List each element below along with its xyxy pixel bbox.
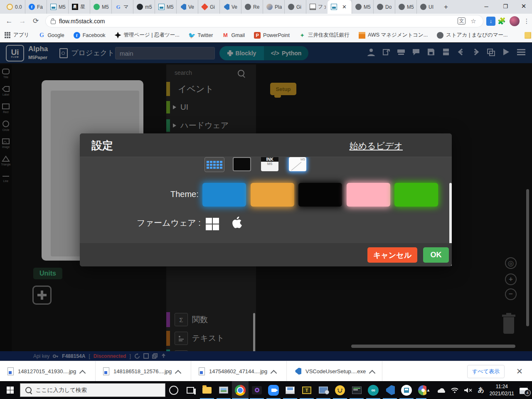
chevron-up-icon[interactable] [271, 369, 277, 376]
photo-viewer-icon[interactable] [215, 381, 232, 399]
tool-rect[interactable]: Rect [0, 99, 12, 117]
zoom-out-button[interactable]: − [505, 288, 517, 300]
file-explorer-icon[interactable] [199, 381, 215, 399]
tool-label[interactable]: Label [0, 82, 12, 99]
trash-icon[interactable] [500, 312, 517, 334]
copy-icon[interactable] [152, 353, 158, 359]
bookmark-item[interactable]: GGoogle [38, 32, 64, 39]
bookmark-item[interactable]: 🐦Twitter [189, 32, 213, 39]
canvas-horizontal-scrollbar[interactable] [351, 345, 515, 348]
device-option-core[interactable] [233, 157, 251, 171]
refresh-button[interactable]: ⟳ [29, 17, 42, 25]
wifi-icon[interactable] [451, 387, 458, 393]
save-icon[interactable] [426, 47, 436, 57]
terminal-app-icon[interactable]: T [298, 381, 315, 399]
sd-card-icon[interactable] [441, 47, 451, 57]
menu-icon[interactable] [516, 47, 526, 57]
browser-tab[interactable]: M5 [90, 0, 111, 14]
refresh-icon[interactable] [134, 353, 140, 359]
arduino-icon[interactable]: ∞ [365, 381, 382, 399]
category-text[interactable]: テキスト [166, 331, 256, 346]
device-option-coreink[interactable]: INKM5 [261, 157, 278, 171]
bookmark-item[interactable]: MGmail [222, 32, 245, 39]
download-item[interactable]: 148127015_41930....jpg [0, 361, 96, 381]
download-extension-icon[interactable]: ↓ [486, 17, 495, 26]
device-option-m5paper-selected[interactable]: M5 [289, 157, 306, 171]
chevron-up-icon[interactable] [369, 369, 376, 376]
browser-tab[interactable]: Ve [219, 0, 241, 14]
blockly-mode-button[interactable]: Blockly [219, 46, 264, 60]
tool-title[interactable]: Title [0, 64, 12, 82]
export-icon[interactable] [382, 47, 391, 57]
zoom-app-icon[interactable] [265, 381, 282, 399]
browser-tab[interactable]: Do [373, 0, 395, 14]
cortana-button[interactable] [165, 381, 182, 399]
bookmark-item[interactable]: アプリ [4, 32, 29, 39]
screenshot-tool-icon[interactable] [249, 381, 265, 399]
getting-started-video-link[interactable]: 始めるビデオ [350, 140, 403, 152]
browser-tab[interactable]: M5 [352, 0, 373, 14]
browser-tab[interactable]: ファ [306, 0, 328, 14]
apple-firmware-button[interactable] [232, 216, 242, 229]
project-name-input[interactable] [115, 47, 215, 59]
volume-muted-icon[interactable] [464, 387, 472, 393]
chevron-up-icon[interactable] [175, 369, 182, 376]
chrome-menu-icon[interactable]: ⋮ [521, 17, 532, 25]
browser-tab[interactable]: Gi [284, 0, 306, 14]
browser-tab[interactable]: Gi [198, 0, 219, 14]
browser-tab[interactable]: M5 [155, 0, 176, 14]
new-tab-button[interactable]: + [441, 2, 451, 12]
browser-tab[interactable]: Pla [263, 0, 284, 14]
browser-tab[interactable]: M5 [395, 0, 416, 14]
add-unit-button[interactable] [32, 286, 52, 305]
upload-icon[interactable] [161, 353, 166, 359]
ok-button[interactable]: OK [423, 247, 449, 263]
tool-circle[interactable]: Circle [0, 117, 12, 134]
browser-tab[interactable]: 0.0 [3, 0, 25, 14]
device-option-faces[interactable] [204, 157, 224, 172]
slides-app-icon[interactable] [282, 381, 298, 399]
keyboard-icon[interactable] [397, 47, 406, 57]
downloads-close-icon[interactable]: ✕ [516, 367, 523, 376]
tool-line[interactable]: Line [0, 169, 12, 187]
windows-firmware-button[interactable] [206, 218, 219, 230]
browser-tab[interactable]: Re [241, 0, 263, 14]
bookmark-item[interactable]: AWS マネジメントコン... [359, 32, 428, 39]
bookmark-item[interactable]: fFacebook [74, 32, 106, 39]
theme-swatch-pink[interactable] [347, 183, 390, 207]
category-event[interactable]: イベント [166, 82, 256, 96]
browser-tab[interactable]: UI [416, 0, 438, 14]
user-icon[interactable] [367, 47, 376, 57]
project-menu[interactable]: プロジェクト [59, 48, 114, 58]
theme-swatch-blue[interactable] [202, 183, 246, 207]
cancel-button[interactable]: キャンセル [367, 247, 417, 263]
show-all-downloads-button[interactable]: すべて表示 [467, 365, 505, 378]
taskbar-search-input[interactable]: ここに入力して検索 [20, 383, 165, 397]
download-item[interactable]: VSCodeUserSetup....exe [287, 361, 382, 381]
window-restore-button[interactable]: ❐ [496, 0, 515, 12]
theme-swatch-green[interactable] [394, 183, 438, 207]
browser-tab[interactable]: m5 [133, 0, 155, 14]
window-minimize-button[interactable]: ─ [477, 0, 495, 12]
download-item[interactable]: 147548602_47144....jpg [191, 361, 287, 381]
vscode-app-icon[interactable] [382, 381, 398, 399]
zoom-in-button[interactable]: + [505, 273, 517, 285]
dev-monitor-app-icon[interactable] [348, 381, 365, 399]
bookmark-item[interactable]: ストアカ | まなびのマー... [437, 32, 507, 39]
chevron-up-icon[interactable] [79, 369, 86, 376]
address-bar[interactable]: flow.m5stack.com 文 ☆ [46, 15, 483, 27]
tab-close-icon[interactable]: ✕ [342, 4, 347, 10]
onedrive-cloud-icon[interactable] [436, 387, 446, 393]
undo-icon[interactable] [456, 47, 466, 57]
hidden-icons-chevron[interactable]: ▲ [426, 388, 431, 392]
ime-indicator[interactable]: あ [478, 386, 484, 394]
theme-swatch-black[interactable] [298, 183, 342, 207]
palette-search-input[interactable]: search [175, 69, 192, 76]
redo-icon[interactable] [471, 47, 480, 57]
browser-tab[interactable]: Ve [176, 0, 198, 14]
browser-tab[interactable]: M5 [47, 0, 68, 14]
browser-tab-active[interactable]: ✕ [328, 0, 352, 14]
taskbar-clock[interactable]: 11:242021/02/11 [490, 383, 514, 397]
chat-icon[interactable] [411, 47, 421, 57]
window-close-button[interactable]: ✕ [515, 0, 532, 12]
